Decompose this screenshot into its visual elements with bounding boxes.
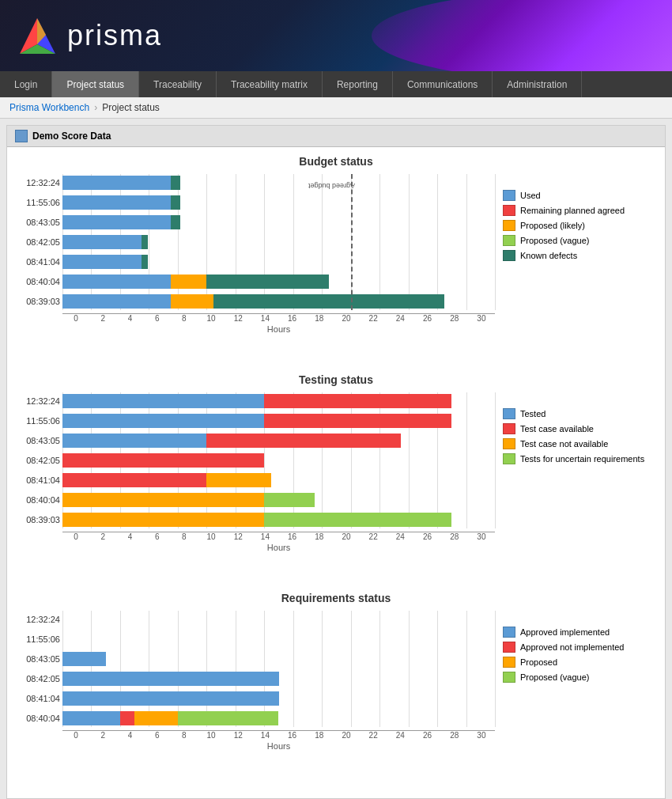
- logo-container: prisma: [16, 14, 162, 58]
- bar-segment-test_avail: [264, 414, 451, 428]
- bar-row: 12:32:24: [62, 611, 495, 628]
- bar-track: [62, 215, 495, 229]
- legend-proposed-vague-color: [503, 235, 515, 246]
- bar-segment-used: [62, 176, 171, 190]
- breadcrumb-home[interactable]: Prisma Workbench: [9, 102, 89, 113]
- bar-segment-approved_impl: [62, 691, 279, 706]
- bar-segment-tested: [62, 394, 264, 408]
- legend-used: Used: [503, 190, 661, 201]
- legend-remaining-color: [503, 205, 515, 216]
- nav-project-status[interactable]: Project status: [52, 71, 139, 97]
- legend-proposed-likely-color: [503, 220, 515, 231]
- bar-label: 08:41:04: [11, 471, 60, 489]
- legend-tested-color: [503, 408, 515, 419]
- nav-communications[interactable]: Communications: [393, 71, 493, 97]
- legend-approved-impl-color: [503, 627, 515, 638]
- legend-used-label: Used: [520, 191, 541, 200]
- bar-track: [62, 294, 495, 309]
- bar-label: 08:40:04: [11, 491, 60, 509]
- legend-approved-not-label: Approved not implemented: [520, 642, 624, 652]
- legend-test-not-avail-color: [503, 438, 515, 449]
- bar-track: [62, 652, 495, 666]
- bar-row: 08:41:04: [62, 690, 495, 707]
- bar-label: 08:40:04: [11, 273, 60, 290]
- bar-segment-test_avail: [264, 394, 451, 408]
- bar-row: 11:55:06: [62, 194, 495, 211]
- bar-segment-used: [62, 215, 171, 229]
- bar-segment-used: [62, 255, 142, 269]
- bar-row: 08:39:03: [62, 293, 495, 310]
- legend-proposed-req-label: Proposed: [520, 657, 557, 667]
- bar-segment-proposed_vague: [178, 711, 279, 725]
- legend-test-not-avail: Test case not available: [503, 438, 661, 449]
- bar-track: [62, 394, 495, 408]
- main-content: Demo Score Data Budget status Agreed bud…: [6, 125, 666, 799]
- bar-row: 08:43:05: [62, 650, 495, 668]
- bar-track: [62, 414, 495, 428]
- legend-test-uncertain: Tests for uncertain requirements: [503, 453, 661, 464]
- bar-row: 08:42:05: [62, 452, 495, 469]
- requirements-legend: Approved implemented Approved not implem…: [503, 611, 661, 687]
- legend-proposed-vague-label: Proposed (vague): [520, 236, 589, 245]
- breadcrumb-current: Project status: [102, 102, 160, 113]
- testing-chart-section: Testing status 12:32:2411:55:0608:43:050…: [11, 373, 661, 576]
- legend-approved-impl: Approved implemented: [503, 627, 661, 638]
- nav-login[interactable]: Login: [0, 71, 52, 97]
- legend-proposed-vague-req-label: Proposed (vague): [520, 672, 589, 682]
- budget-legend: Used Remaining planned agreed Proposed (…: [503, 174, 661, 265]
- legend-tested: Tested: [503, 408, 661, 419]
- bar-segment-known_defects: [171, 215, 181, 229]
- bar-track: [62, 612, 495, 627]
- legend-known-defects-color: [503, 250, 515, 261]
- bar-row: 08:43:05: [62, 214, 495, 231]
- legend-test-uncertain-color: [503, 453, 515, 464]
- bar-track: [62, 672, 495, 686]
- bar-row: 08:41:04: [62, 253, 495, 271]
- nav-traceability-matrix[interactable]: Traceability matrix: [217, 71, 323, 97]
- bar-row: 11:55:06: [62, 412, 495, 430]
- bar-segment-test_avail: [62, 473, 206, 487]
- bar-segment-test_avail: [206, 434, 401, 448]
- bar-segment-known_defects: [142, 235, 147, 249]
- bar-segment-test_not_avail: [62, 513, 264, 527]
- legend-remaining: Remaining planned agreed: [503, 205, 661, 216]
- bar-segment-tested: [62, 434, 206, 448]
- bar-label: 11:55:06: [11, 412, 60, 430]
- bar-label: 08:39:03: [11, 511, 60, 528]
- nav-traceability[interactable]: Traceability: [139, 71, 217, 97]
- bar-track: [62, 235, 495, 249]
- legend-proposed-req: Proposed: [503, 657, 661, 668]
- budget-bar-chart: Agreed budget12:32:2411:55:0608:43:0508:…: [11, 174, 495, 358]
- bar-label: 08:41:04: [11, 690, 60, 707]
- nav-reporting[interactable]: Reporting: [323, 71, 393, 97]
- bar-label: 08:43:05: [11, 214, 60, 231]
- bar-row: 08:42:05: [62, 233, 495, 251]
- bar-track: [62, 195, 495, 210]
- bar-row: 08:42:05: [62, 670, 495, 687]
- bar-label: 11:55:06: [11, 194, 60, 211]
- legend-known-defects: Known defects: [503, 250, 661, 261]
- bar-segment-proposed_likely: [171, 275, 207, 289]
- bar-segment-test_not_avail: [206, 473, 271, 487]
- legend-test-avail-label: Test case available: [520, 424, 594, 434]
- bar-segment-approved_impl: [62, 672, 279, 686]
- logo-icon: [16, 14, 59, 58]
- legend-approved-not-color: [503, 642, 515, 653]
- bar-label: 12:32:24: [11, 392, 60, 410]
- testing-chart-main: 12:32:2411:55:0608:43:0508:42:0508:41:04…: [11, 392, 495, 576]
- content-title: Demo Score Data: [32, 131, 111, 142]
- requirements-chart-area: 12:32:2411:55:0608:43:0508:42:0508:41:04…: [11, 611, 661, 774]
- content-icon: [15, 130, 28, 142]
- requirements-chart-main: 12:32:2411:55:0608:43:0508:42:0508:41:04…: [11, 611, 495, 774]
- bar-label: 08:42:05: [11, 233, 60, 251]
- bar-row: 08:40:04: [62, 273, 495, 290]
- requirements-chart-title: Requirements status: [11, 592, 661, 604]
- requirements-bar-chart: 12:32:2411:55:0608:43:0508:42:0508:41:04…: [11, 611, 495, 774]
- bar-label: 08:39:03: [11, 293, 60, 310]
- logo-text: prisma: [67, 19, 162, 52]
- breadcrumb-separator: ›: [94, 102, 97, 113]
- bar-track: [62, 493, 495, 507]
- bar-segment-known_defects: [171, 176, 181, 190]
- nav-administration[interactable]: Administration: [493, 71, 582, 97]
- bar-label: 08:42:05: [11, 670, 60, 687]
